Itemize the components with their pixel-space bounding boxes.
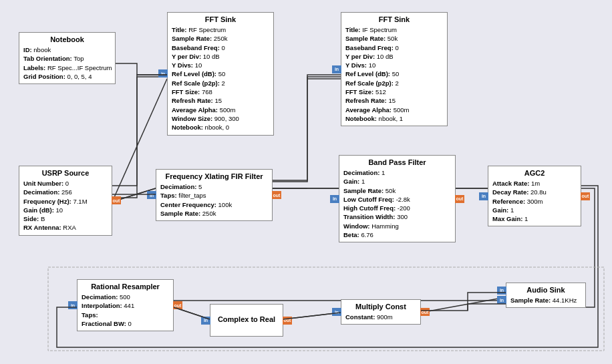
rational-resampler-port-out[interactable]: out bbox=[173, 301, 182, 309]
complex-to-real-port-in[interactable]: in bbox=[201, 317, 210, 325]
rational-resampler-title: Rational Resampler bbox=[82, 283, 169, 291]
notebook-block: Notebook ID: nbook Tab Orientation: Top … bbox=[19, 32, 116, 84]
canvas: Notebook ID: nbook Tab Orientation: Top … bbox=[0, 0, 612, 364]
band-pass-port-in[interactable]: in bbox=[330, 195, 339, 203]
usrp-source-port-out[interactable]: out bbox=[112, 196, 121, 204]
fft-sink-2-port-in[interactable]: in bbox=[332, 65, 341, 73]
complex-to-real-title: Complex to Real bbox=[214, 315, 279, 323]
band-pass-port-out[interactable]: out bbox=[455, 195, 464, 203]
usrp-source-block: USRP Source Unit Number: 0 Decimation: 2… bbox=[19, 166, 112, 236]
audio-sink-port-in-2[interactable]: in bbox=[497, 296, 506, 304]
rational-resampler-block: Rational Resampler Decimation: 500 Inter… bbox=[77, 279, 174, 331]
agc2-port-out[interactable]: out bbox=[581, 192, 590, 200]
audio-sink-title: Audio Sink bbox=[510, 286, 581, 294]
multiply-const-port-in[interactable]: in bbox=[332, 308, 341, 316]
freq-xlating-block: Frequency Xlating FIR Filter Decimation:… bbox=[156, 169, 273, 221]
multiply-const-port-out[interactable]: out bbox=[420, 308, 430, 316]
notebook-grid-position: Grid Position: 0, 0, 5, 4 bbox=[23, 72, 111, 81]
notebook-tab-orientation: Tab Orientation: Top bbox=[23, 54, 111, 63]
freq-xlating-title: Frequency Xlating FIR Filter bbox=[160, 172, 268, 180]
band-pass-title: Band Pass Filter bbox=[343, 158, 451, 166]
fft-sink-1-port-in[interactable]: in bbox=[158, 69, 168, 77]
fft-sink-1-block: FFT Sink Title: RF Spectrum Sample Rate:… bbox=[167, 12, 274, 136]
audio-sink-port-in-1[interactable]: in bbox=[497, 287, 506, 295]
agc2-port-in[interactable]: in bbox=[479, 192, 488, 200]
notebook-id: ID: nbook bbox=[23, 45, 111, 54]
agc2-block: AGC2 Attack Rate: 1m Decay Rate: 20.8u R… bbox=[488, 166, 581, 226]
svg-line-10 bbox=[421, 297, 506, 313]
fft-sink-2-title: FFT Sink bbox=[345, 15, 443, 23]
multiply-const-title: Multiply Const bbox=[345, 303, 416, 311]
freq-xlating-port-out[interactable]: out bbox=[272, 191, 281, 199]
notebook-title: Notebook bbox=[23, 35, 111, 43]
fft-sink-2-block: FFT Sink Title: IF Spectrum Sample Rate:… bbox=[341, 12, 448, 126]
complex-to-real-block: Complex to Real in out bbox=[210, 304, 283, 337]
band-pass-block: Band Pass Filter Decimation: 1 Gain: 1 S… bbox=[339, 155, 456, 242]
multiply-const-block: Multiply Const Constant: 900m in out bbox=[341, 299, 421, 325]
fft-sink-1-title: FFT Sink bbox=[172, 15, 269, 23]
notebook-labels: Labels: RF Spec...IF Spectrum bbox=[23, 63, 111, 72]
complex-to-real-port-out[interactable]: out bbox=[283, 317, 292, 325]
rational-resampler-port-in[interactable]: in bbox=[68, 301, 78, 309]
freq-xlating-port-in[interactable]: in bbox=[147, 191, 156, 199]
usrp-source-title: USRP Source bbox=[23, 169, 108, 177]
audio-sink-block: Audio Sink Sample Rate: 44.1KHz in in bbox=[506, 283, 586, 308]
agc2-title: AGC2 bbox=[492, 169, 577, 177]
